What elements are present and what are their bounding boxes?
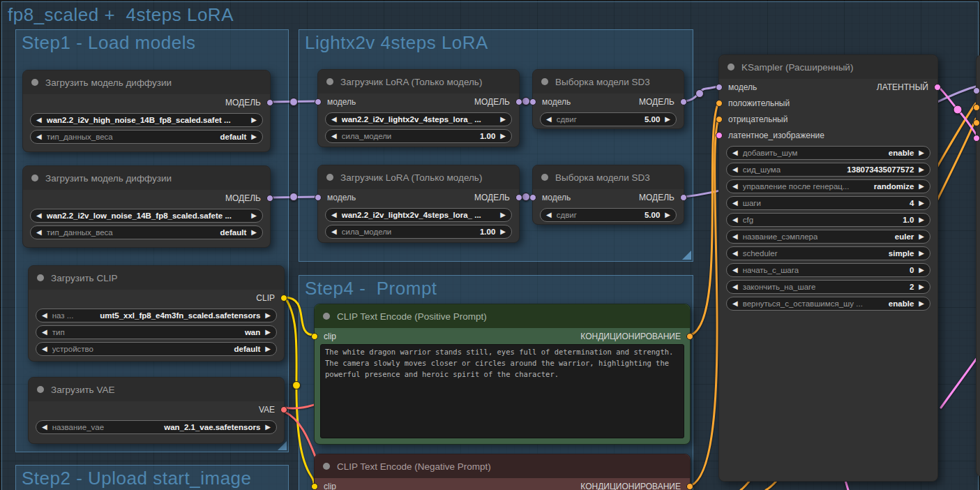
conditioning-output-port[interactable]: [686, 483, 693, 490]
model-output-port[interactable]: [680, 98, 687, 105]
widget-lora-name[interactable]: ◀ wan2.2_i2v_lightx2v_4steps_lora_ ... ▶: [325, 112, 512, 126]
node-title-bar[interactable]: Выборка модели SD3: [533, 70, 684, 94]
combo-right-arrow-icon[interactable]: ▶: [919, 233, 924, 240]
latent-input-port[interactable]: [716, 132, 723, 139]
combo-right-arrow-icon[interactable]: ▶: [251, 133, 257, 140]
widget-device[interactable]: ◀ устройство default ▶: [36, 342, 277, 356]
combo-left-arrow-icon[interactable]: ◀: [36, 229, 42, 236]
node-title-bar[interactable]: Загрузить CLIP: [29, 266, 284, 290]
widget-vae-name[interactable]: ◀ название_vae wan_2.1_vae.safetensors ▶: [36, 420, 277, 434]
negative-input-port[interactable]: [716, 116, 723, 123]
latent-output-port[interactable]: [934, 84, 941, 91]
node-title-bar[interactable]: Загрузить модель диффузии: [23, 70, 270, 94]
node-title-bar[interactable]: Выборка модели SD3: [533, 165, 684, 189]
collapse-dot-icon[interactable]: [37, 386, 44, 393]
widget-unet-name[interactable]: ◀ wan2.2_i2v_high_noise_14B_fp8_scaled.s…: [30, 113, 263, 127]
collapse-dot-icon[interactable]: [31, 175, 38, 181]
conditioning-output-port[interactable]: [686, 333, 693, 340]
widget-weight-dtype[interactable]: ◀ тип_данных_веса default ▶: [30, 225, 263, 239]
group-step2-title[interactable]: Step2 - Upload start_image: [22, 468, 252, 489]
node-title-bar[interactable]: Загрузить модель диффузии: [23, 166, 270, 190]
node-lora-loader-high[interactable]: Загрузчик LoRA (Только модель) модель МО…: [317, 69, 520, 147]
model-input-port[interactable]: [315, 194, 322, 201]
model-output-port[interactable]: [266, 99, 273, 106]
widget-sampler-name[interactable]: ◀ название_сэмплера euler ▶: [726, 230, 930, 244]
combo-right-arrow-icon[interactable]: ▶: [919, 267, 924, 274]
combo-right-arrow-icon[interactable]: ▶: [919, 200, 924, 207]
collapse-dot-icon[interactable]: [323, 463, 330, 470]
combo-left-arrow-icon[interactable]: ◀: [732, 149, 738, 156]
combo-left-arrow-icon[interactable]: ◀: [42, 312, 47, 319]
model-output-port[interactable]: [680, 194, 687, 201]
combo-right-arrow-icon[interactable]: ▶: [919, 149, 924, 156]
combo-right-arrow-icon[interactable]: ▶: [919, 250, 924, 257]
node-model-sampling-sd3-high[interactable]: Выборка модели SD3 модель МОДЕЛЬ ◀ сдвиг…: [532, 69, 684, 129]
combo-right-arrow-icon[interactable]: ▶: [665, 116, 670, 123]
node-lora-loader-low[interactable]: Загрузчик LoRA (Только модель) модель МО…: [317, 165, 520, 243]
widget-clip-type[interactable]: ◀ тип wan ▶: [36, 325, 277, 339]
model-input-port[interactable]: [716, 84, 723, 91]
clip-input-port[interactable]: [311, 333, 318, 340]
combo-left-arrow-icon[interactable]: ◀: [732, 183, 738, 190]
combo-right-arrow-icon[interactable]: ▶: [251, 212, 257, 219]
model-output-port[interactable]: [266, 195, 273, 202]
node-title-bar[interactable]: Загрузить VAE: [29, 378, 284, 401]
widget-steps[interactable]: ◀ шаги 4 ▶: [726, 196, 930, 210]
combo-left-arrow-icon[interactable]: ◀: [546, 116, 552, 123]
widget-weight-dtype[interactable]: ◀ тип_данных_веса default ▶: [30, 130, 263, 144]
combo-left-arrow-icon[interactable]: ◀: [732, 300, 738, 307]
combo-right-arrow-icon[interactable]: ▶: [265, 312, 271, 319]
combo-right-arrow-icon[interactable]: ▶: [919, 283, 924, 290]
widget-scheduler[interactable]: ◀ scheduler simple ▶: [726, 246, 930, 260]
widget-cfg[interactable]: ◀ cfg 1.0 ▶: [726, 213, 930, 227]
widget-shift[interactable]: ◀ сдвиг 5.00 ▶: [540, 208, 677, 222]
node-load-diffusion-model-high[interactable]: Загрузить модель диффузии МОДЕЛЬ ◀ wan2.…: [22, 70, 271, 152]
combo-right-arrow-icon[interactable]: ▶: [500, 211, 506, 218]
collapse-dot-icon[interactable]: [31, 79, 38, 86]
collapse-dot-icon[interactable]: [323, 313, 330, 320]
collapse-dot-icon[interactable]: [541, 174, 548, 181]
combo-left-arrow-icon[interactable]: ◀: [331, 116, 337, 123]
combo-right-arrow-icon[interactable]: ▶: [665, 211, 670, 218]
node-title-bar[interactable]: Загрузчик LoRA (Только модель): [318, 165, 519, 189]
combo-right-arrow-icon[interactable]: ▶: [500, 133, 506, 140]
collapse-dot-icon[interactable]: [37, 274, 44, 281]
node-offscreen-right[interactable]: [976, 54, 980, 477]
collapse-dot-icon[interactable]: [326, 78, 333, 85]
combo-left-arrow-icon[interactable]: ◀: [732, 267, 738, 274]
combo-right-arrow-icon[interactable]: ▶: [251, 117, 257, 124]
combo-left-arrow-icon[interactable]: ◀: [36, 212, 42, 219]
model-input-port[interactable]: [973, 87, 980, 94]
widget-control-after-generate[interactable]: ◀ управление после генерац... randomize …: [726, 179, 930, 193]
combo-right-arrow-icon[interactable]: ▶: [500, 116, 506, 123]
negative-input-port[interactable]: [973, 119, 980, 126]
widget-unet-name[interactable]: ◀ wan2.2_i2v_low_noise_14B_fp8_scaled.sa…: [30, 209, 263, 223]
node-clip-text-encode-negative[interactable]: CLIP Text Encode (Negative Prompt) clip …: [314, 454, 691, 490]
node-load-vae[interactable]: Загрузить VAE VAE ◀ название_vae wan_2.1…: [28, 377, 285, 444]
combo-left-arrow-icon[interactable]: ◀: [331, 211, 337, 218]
widget-add-noise[interactable]: ◀ добавить_шум enable ▶: [726, 146, 930, 160]
combo-left-arrow-icon[interactable]: ◀: [732, 233, 738, 240]
combo-left-arrow-icon[interactable]: ◀: [732, 200, 738, 207]
model-output-port[interactable]: [515, 98, 522, 105]
combo-right-arrow-icon[interactable]: ▶: [265, 424, 271, 431]
node-model-sampling-sd3-low[interactable]: Выборка модели SD3 модель МОДЕЛЬ ◀ сдвиг…: [532, 165, 684, 225]
prompt-textarea[interactable]: The white dragon warrior stands still, e…: [320, 344, 684, 438]
group-lightx2v-title[interactable]: Lightx2v 4steps LoRA: [305, 32, 488, 54]
widget-shift[interactable]: ◀ сдвиг 5.00 ▶: [540, 112, 677, 126]
group-resize-handle[interactable]: [682, 251, 691, 260]
combo-right-arrow-icon[interactable]: ▶: [919, 183, 924, 190]
collapse-dot-icon[interactable]: [728, 64, 734, 70]
widget-start-at-step[interactable]: ◀ начать_с_шага 0 ▶: [726, 263, 930, 277]
combo-left-arrow-icon[interactable]: ◀: [732, 283, 738, 290]
widget-return-with-leftover-noise[interactable]: ◀ вернуться_с_оставшимся_шу ... enable ▶: [726, 297, 930, 311]
widget-lora-name[interactable]: ◀ wan2.2_i2v_lightx2v_4steps_lora_ ... ▶: [325, 208, 512, 222]
group-step4-title[interactable]: Step4 - Prompt: [305, 278, 437, 299]
group-step1-title[interactable]: Step1 - Load models: [22, 32, 195, 54]
node-ksampler-advanced[interactable]: KSampler (Расширенный) модель ЛАТЕНТНЫЙ …: [718, 54, 938, 482]
node-clip-text-encode-positive[interactable]: CLIP Text Encode (Positive Prompt) clip …: [314, 304, 691, 445]
widget-noise-seed[interactable]: ◀ сид_шума 138073435077572 ▶: [726, 163, 930, 177]
model-output-port[interactable]: [515, 194, 522, 201]
clip-input-port[interactable]: [311, 483, 318, 490]
positive-input-port[interactable]: [973, 104, 980, 111]
